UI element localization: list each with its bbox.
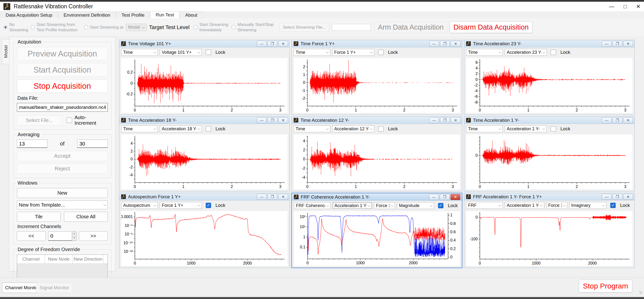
- arm-data-acquisition-button[interactable]: Arm Data Acquisition: [374, 22, 447, 33]
- radio-no-streaming[interactable]: No Streaming: [4, 22, 28, 33]
- close-button[interactable]: ✕: [278, 117, 288, 123]
- lock-label[interactable]: Lock: [216, 203, 225, 208]
- lock-checkbox[interactable]: [206, 50, 211, 55]
- radio-icon[interactable]: [4, 25, 8, 29]
- mdi-window-titlebar[interactable]: Time Force 1 Y+—❐✕: [292, 40, 462, 48]
- window-icon[interactable]: [466, 118, 471, 123]
- decrement-channels-button[interactable]: <<: [17, 231, 46, 241]
- spin-up-icon[interactable]: ▲: [72, 232, 76, 236]
- lock-label[interactable]: Lock: [448, 203, 458, 208]
- close-button[interactable]: ✕: [623, 194, 633, 200]
- plot-dropdown[interactable]: Magnitude: [397, 202, 434, 209]
- radio-start-from-profile[interactable]: Start Streaming from Test Profile Instru…: [31, 22, 81, 33]
- plot-area[interactable]: 01000200010²10¹10.110.80.60.40.20: [294, 211, 460, 266]
- mdi-window-toolbar[interactable]: FRF CoherenceAcceleration 1 Y-Force 1 `M…: [292, 201, 462, 210]
- radio-manual-streaming[interactable]: Manually Start/Stop Streaming: [232, 22, 276, 33]
- dropdown-value[interactable]: Force 1 Y+: [334, 50, 356, 55]
- mdi-window-titlebar[interactable]: Time Acceleration 18 Y-—❐✕: [119, 117, 290, 124]
- stop-program-button[interactable]: Stop Program: [579, 280, 632, 292]
- chevron-down-icon[interactable]: [602, 204, 605, 206]
- plot-area[interactable]: 01230: [466, 134, 632, 189]
- restore-button[interactable]: ❐: [440, 194, 450, 200]
- window-title[interactable]: Time Force 1 Y+: [300, 41, 428, 47]
- window-title[interactable]: FRF Coherence Acceleration 1 Y-: [301, 194, 428, 200]
- window-icon[interactable]: [121, 41, 126, 46]
- mdi-window[interactable]: Time Force 1 Y+—❐✕TimeForce 1 Y+Lock0123…: [292, 40, 462, 115]
- window-title[interactable]: FRF Acceleration 1 Y- Force 1 Y+: [473, 194, 601, 199]
- lock-checkbox[interactable]: [610, 203, 616, 208]
- lock-label[interactable]: Lock: [216, 126, 225, 132]
- lock-label[interactable]: Lock: [620, 203, 630, 208]
- plot-dropdown[interactable]: FRF Coherence: [294, 202, 330, 209]
- chevron-down-icon[interactable]: [198, 204, 200, 206]
- select-streaming-file-button[interactable]: Select Streaming File...: [280, 23, 329, 32]
- sidebar-tab-modal[interactable]: Modal: [2, 39, 9, 64]
- window-icon[interactable]: [294, 195, 298, 199]
- dropdown-value[interactable]: Acceleration 18 Y-: [162, 126, 196, 132]
- restore-button[interactable]: ❐: [440, 41, 450, 47]
- tab-test-profile[interactable]: Test Profile: [116, 12, 150, 18]
- maximize-icon[interactable]: □: [624, 4, 627, 10]
- chevron-down-icon[interactable]: [391, 204, 393, 207]
- mdi-window[interactable]: Time Voltage 101 Y+—❐✕TimeVoltage 101 Y+…: [119, 40, 290, 115]
- chevron-down-icon[interactable]: [542, 127, 545, 130]
- close-icon[interactable]: ✕: [636, 4, 640, 10]
- window-icon[interactable]: [121, 194, 126, 199]
- mdi-window-titlebar[interactable]: FRF Acceleration 1 Y- Force 1 Y+—❐✕: [464, 193, 634, 200]
- window-title[interactable]: Time Acceleration 12 Y-: [300, 118, 428, 123]
- mdi-window-titlebar[interactable]: Time Acceleration 23 Y-—❐✕: [464, 40, 634, 48]
- data-file-input[interactable]: [17, 103, 108, 112]
- dropdown-value[interactable]: Time: [468, 50, 478, 55]
- window-title[interactable]: Autospectrum Force 1 Y+: [128, 194, 256, 199]
- plot-dropdown[interactable]: Acceleration 18 Y-: [160, 125, 202, 132]
- minimize-button[interactable]: —: [257, 41, 266, 47]
- chevron-down-icon[interactable]: [326, 51, 328, 53]
- tile-button[interactable]: Tile: [17, 212, 60, 222]
- minimize-button[interactable]: —: [429, 41, 439, 47]
- reject-button[interactable]: Reject: [17, 164, 108, 174]
- window-icon[interactable]: [466, 41, 471, 46]
- chevron-down-icon[interactable]: [430, 204, 432, 207]
- lock-checkbox[interactable]: [206, 126, 211, 132]
- restore-button[interactable]: ❐: [612, 41, 622, 47]
- plot-area[interactable]: 01236420-2-4-6-8: [466, 58, 632, 113]
- mdi-window-toolbar[interactable]: TimeAcceleration 1 Y-Lock: [464, 124, 634, 134]
- frames-total-input[interactable]: [77, 140, 108, 148]
- chevron-down-icon[interactable]: [198, 51, 200, 53]
- lock-checkbox[interactable]: [551, 126, 556, 132]
- dropdown-value[interactable]: Magnitude: [399, 203, 420, 208]
- mdi-window-titlebar[interactable]: Time Acceleration 12 Y-—❐✕: [292, 117, 462, 124]
- dropdown-value[interactable]: FRF: [468, 203, 477, 208]
- minimize-button[interactable]: —: [602, 194, 612, 200]
- restore-button[interactable]: ❐: [612, 194, 622, 200]
- radio-icon[interactable]: [31, 25, 35, 29]
- plot-dropdown[interactable]: Acceleration 1 Y-: [505, 125, 547, 132]
- lock-label[interactable]: Lock: [388, 126, 398, 132]
- lock-label[interactable]: Lock: [388, 50, 398, 55]
- radio-icon[interactable]: [194, 25, 198, 29]
- plot-dropdown[interactable]: Imaginary: [569, 202, 606, 209]
- lock-label[interactable]: Lock: [216, 50, 225, 55]
- dropdown-value[interactable]: Force 1 `: [548, 203, 562, 208]
- plot-area[interactable]: 0123420-2-4: [294, 134, 460, 189]
- channel-increment-input[interactable]: [48, 231, 72, 241]
- plot-dropdown[interactable]: Voltage 101 Y+: [160, 49, 202, 56]
- dropdown-value[interactable]: Acceleration 12 Y-: [334, 126, 369, 132]
- dropdown-value[interactable]: Voltage 101 Y+: [162, 50, 192, 55]
- mdi-window-toolbar[interactable]: TimeAcceleration 12 Y-Lock: [292, 124, 462, 134]
- chevron-down-icon[interactable]: [498, 127, 501, 130]
- chevron-down-icon[interactable]: [154, 204, 156, 206]
- mdi-window-toolbar[interactable]: TimeForce 1 Y+Lock: [292, 48, 462, 57]
- tab-about[interactable]: About: [180, 12, 203, 18]
- plot-dropdown[interactable]: Time: [466, 125, 503, 132]
- mdi-window-toolbar[interactable]: TimeAcceleration 23 Y-Lock: [464, 48, 634, 57]
- mdi-window-toolbar[interactable]: TimeAcceleration 18 Y-Lock: [119, 124, 290, 134]
- minimize-button[interactable]: —: [429, 117, 439, 123]
- chevron-down-icon[interactable]: [154, 127, 156, 130]
- radio-icon[interactable]: [84, 25, 88, 29]
- plot-dropdown[interactable]: Force 1 `: [546, 202, 567, 209]
- minimize-button[interactable]: —: [429, 194, 439, 200]
- dropdown-value[interactable]: Time: [296, 126, 305, 132]
- dropdown-value[interactable]: Time: [296, 50, 305, 55]
- dropdown-value[interactable]: Time: [123, 126, 133, 132]
